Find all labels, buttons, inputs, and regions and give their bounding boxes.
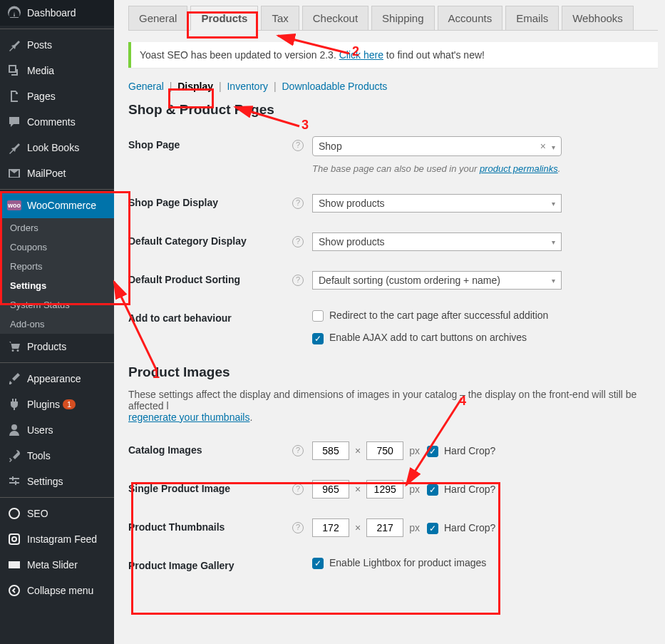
single-height-input[interactable] bbox=[366, 480, 403, 499]
menu-woocommerce[interactable]: wooWooCommerce bbox=[0, 193, 114, 218]
lightbox-checkbox[interactable] bbox=[312, 558, 324, 569]
menu-instagram[interactable]: Instagram Feed bbox=[0, 526, 114, 552]
notice-text2: to find out what's new! bbox=[383, 49, 485, 61]
caret-icon: ▾ bbox=[552, 143, 555, 151]
caret-icon: ▾ bbox=[552, 200, 555, 208]
menu-comments[interactable]: Comments bbox=[0, 109, 114, 135]
help-icon[interactable]: ? bbox=[292, 236, 304, 247]
woo-icon: woo bbox=[7, 198, 21, 213]
thumb-height-input[interactable] bbox=[366, 518, 403, 537]
sorting-select[interactable]: Default sorting (custom ordering + name)… bbox=[312, 271, 562, 290]
ajax-checkbox[interactable] bbox=[312, 333, 324, 344]
tab-webhooks[interactable]: Webhooks bbox=[562, 6, 634, 30]
menu-label: Appearance bbox=[27, 373, 81, 384]
label-add-to-cart: Add to cart behaviour bbox=[128, 310, 292, 324]
menu-label: Collapse menu bbox=[27, 585, 93, 596]
notice-text: Yoast SEO has been updated to version 2.… bbox=[140, 49, 339, 61]
sub-display[interactable]: Display bbox=[177, 81, 213, 92]
sub-inventory[interactable]: Inventory bbox=[227, 81, 268, 92]
menu-posts[interactable]: Posts bbox=[0, 32, 114, 58]
help-icon[interactable]: ? bbox=[292, 198, 304, 209]
label-catalog-images: Catalog Images bbox=[128, 441, 292, 456]
single-crop-checkbox[interactable] bbox=[427, 484, 438, 496]
menu-plugins[interactable]: Plugins1 bbox=[0, 392, 114, 417]
tab-products[interactable]: Products bbox=[190, 6, 258, 31]
tab-checkout[interactable]: Checkout bbox=[302, 6, 368, 30]
svg-point-0 bbox=[9, 508, 19, 518]
svg-rect-1 bbox=[9, 534, 19, 544]
menu-label: Plugins bbox=[27, 399, 60, 410]
tab-tax[interactable]: Tax bbox=[261, 6, 299, 30]
menu-appearance[interactable]: Appearance bbox=[0, 366, 114, 392]
regenerate-link[interactable]: regenerate your thumbnails bbox=[128, 412, 249, 423]
submenu-coupons[interactable]: Coupons bbox=[0, 237, 114, 257]
star-icon bbox=[7, 140, 21, 155]
clear-icon[interactable]: × bbox=[540, 140, 546, 152]
menu-tools[interactable]: Tools bbox=[0, 443, 114, 469]
images-desc: These settings affect the display and di… bbox=[128, 389, 658, 423]
menu-dashboard[interactable]: Dashboard bbox=[0, 0, 114, 26]
slider-icon bbox=[7, 558, 21, 572]
single-width-input[interactable] bbox=[312, 480, 349, 499]
sub-downloadable[interactable]: Downloadable Products bbox=[282, 81, 387, 92]
menu-users[interactable]: Users bbox=[0, 417, 114, 443]
label-category-display: Default Category Display bbox=[128, 232, 292, 247]
menu-lookbooks[interactable]: Look Books bbox=[0, 135, 114, 160]
section-heading: Product Images bbox=[128, 364, 658, 380]
tab-general[interactable]: General bbox=[128, 6, 187, 30]
permalinks-link[interactable]: product permalinks bbox=[480, 163, 558, 174]
category-display-select[interactable]: Show products▾ bbox=[312, 232, 562, 251]
help-icon[interactable]: ? bbox=[292, 445, 304, 456]
shop-display-select[interactable]: Show products▾ bbox=[312, 194, 562, 213]
menu-products[interactable]: Products bbox=[0, 334, 114, 359]
media-icon bbox=[7, 63, 21, 78]
notice-link[interactable]: Click here bbox=[339, 49, 383, 61]
label-shop-page: Shop Page bbox=[128, 136, 292, 150]
menu-label: Posts bbox=[27, 39, 52, 51]
tab-shipping[interactable]: Shipping bbox=[371, 6, 434, 30]
sub-general[interactable]: General bbox=[128, 81, 164, 92]
caret-icon: ▾ bbox=[552, 238, 555, 246]
collapse-icon bbox=[7, 583, 21, 598]
menu-mailpoet[interactable]: MailPoet bbox=[0, 160, 114, 186]
catalog-height-input[interactable] bbox=[366, 441, 403, 460]
thumb-width-input[interactable] bbox=[312, 518, 349, 537]
shop-page-select[interactable]: Shop ×▾ bbox=[312, 136, 562, 156]
menu-metaslider[interactable]: Meta Slider bbox=[0, 552, 114, 578]
help-icon[interactable]: ? bbox=[292, 522, 304, 533]
menu-label: SEO bbox=[27, 508, 48, 519]
menu-media[interactable]: Media bbox=[0, 58, 114, 83]
menu-label: Instagram Feed bbox=[27, 533, 97, 545]
caret-icon: ▾ bbox=[552, 277, 555, 285]
help-icon[interactable]: ? bbox=[292, 484, 304, 495]
select-value: Shop bbox=[319, 140, 342, 152]
select-value: Show products bbox=[319, 236, 385, 247]
checkbox-label: Enable Lightbox for product images bbox=[329, 557, 486, 568]
tab-emails[interactable]: Emails bbox=[505, 6, 559, 30]
tab-accounts[interactable]: Accounts bbox=[438, 6, 503, 30]
checkbox-label: Hard Crop? bbox=[444, 484, 495, 495]
checkbox-label: Hard Crop? bbox=[444, 522, 495, 533]
submenu-addons[interactable]: Add-ons bbox=[0, 315, 114, 334]
submenu-reports[interactable]: Reports bbox=[0, 257, 114, 276]
help-icon[interactable]: ? bbox=[292, 275, 304, 286]
label-product-sorting: Default Product Sorting bbox=[128, 271, 292, 285]
menu-label: Products bbox=[27, 341, 66, 352]
svg-rect-3 bbox=[9, 561, 20, 568]
redirect-checkbox[interactable] bbox=[312, 310, 324, 322]
catalog-width-input[interactable] bbox=[312, 441, 349, 460]
submenu-settings[interactable]: Settings bbox=[0, 276, 114, 295]
catalog-crop-checkbox[interactable] bbox=[427, 446, 438, 457]
camera-icon bbox=[7, 532, 21, 546]
woo-submenu: Orders Coupons Reports Settings System S… bbox=[0, 218, 114, 334]
submenu-system-status[interactable]: System Status bbox=[0, 295, 114, 315]
label-single-image: Single Product Image bbox=[128, 480, 292, 494]
menu-settings[interactable]: Settings bbox=[0, 469, 114, 494]
submenu-orders[interactable]: Orders bbox=[0, 218, 114, 237]
menu-pages[interactable]: Pages bbox=[0, 83, 114, 109]
thumb-crop-checkbox[interactable] bbox=[427, 523, 438, 534]
help-icon[interactable]: ? bbox=[292, 140, 304, 151]
comments-icon bbox=[7, 115, 21, 129]
collapse-menu[interactable]: Collapse menu bbox=[0, 578, 114, 603]
menu-seo[interactable]: SEO bbox=[0, 501, 114, 526]
